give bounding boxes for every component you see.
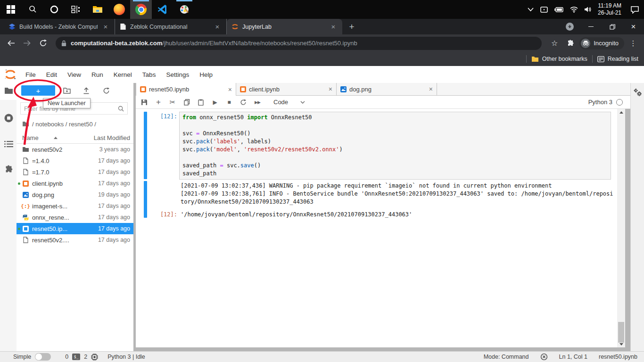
tab-close-icon[interactable]: × — [213, 23, 222, 31]
doc-tab-client[interactable]: client.ipynb × — [236, 83, 337, 95]
tab-close-icon[interactable]: × — [228, 86, 232, 93]
menu-edit[interactable]: Edit — [41, 66, 62, 83]
terminal-icon[interactable]: $_ — [72, 354, 80, 360]
restart-run-all-button[interactable]: ▶▶ — [254, 99, 261, 106]
extensions-button[interactable] — [563, 36, 578, 50]
header-name[interactable]: Name — [22, 134, 39, 141]
menu-tabs[interactable]: Tabs — [137, 66, 161, 83]
new-folder-button[interactable] — [63, 86, 71, 95]
file-row-dog-png[interactable]: dog.png19 days ago — [17, 189, 133, 200]
minimize-button[interactable] — [580, 19, 602, 34]
file-row-resnet50v2[interactable]: resnet50v23 years ago — [17, 144, 133, 155]
back-button[interactable] — [4, 36, 18, 50]
notebook-icon — [23, 181, 29, 187]
doc-tab-resnet50[interactable]: resnet50.ipynb × — [136, 83, 236, 96]
reading-list-button[interactable]: Reading list — [597, 56, 638, 62]
vscode-button[interactable] — [152, 0, 173, 19]
run-cell-button[interactable]: ▶ — [211, 99, 219, 106]
paint3d-button[interactable] — [173, 0, 195, 19]
restore-button[interactable] — [602, 19, 623, 34]
file-list-header[interactable]: Name Last Modified — [17, 132, 133, 144]
other-bookmarks-button[interactable]: Other bookmarks — [531, 56, 587, 62]
file-row--1-7-0[interactable]: =1.7.017 days ago — [17, 166, 133, 178]
cursor-position[interactable]: Ln 1, Col 1 — [559, 354, 587, 360]
clock-time: 11:19 AM — [598, 2, 621, 9]
tab-close-icon[interactable]: × — [329, 23, 338, 31]
copy-cells-button[interactable] — [183, 99, 190, 106]
kernel-status[interactable]: Python 3 | Idle — [107, 354, 145, 360]
file-explorer-button[interactable] — [87, 0, 108, 19]
chrome-update-button[interactable] — [559, 19, 580, 34]
address-bar[interactable]: computational-beta.zeblok.com/jhub/user/… — [56, 37, 542, 50]
scroll-down-arrow[interactable] — [617, 341, 625, 347]
close-window-button[interactable]: × — [623, 19, 644, 34]
cut-cells-button[interactable]: ✂ — [169, 99, 176, 106]
paste-cells-button[interactable] — [197, 99, 205, 106]
menu-file[interactable]: File — [20, 66, 41, 83]
browser-tab-zeblok[interactable]: Zeblok Computational × — [115, 19, 227, 34]
firefox-button[interactable] — [108, 0, 130, 19]
menu-run[interactable]: Run — [86, 66, 108, 83]
cell-type-dropdown[interactable]: Code — [273, 99, 305, 106]
tablet-mode-icon[interactable] — [540, 6, 548, 13]
notebook-scrollbar[interactable] — [617, 109, 625, 347]
menu-help[interactable]: Help — [194, 66, 218, 83]
menu-kernel[interactable]: Kernel — [108, 66, 137, 83]
tab-close-icon[interactable]: × — [329, 85, 332, 93]
property-inspector-button[interactable] — [633, 88, 642, 97]
new-tab-button[interactable]: + — [345, 20, 358, 33]
restart-kernel-button[interactable] — [239, 99, 247, 106]
code-editor[interactable]: from onnx_resnet50 import OnnxResnet50 s… — [179, 112, 611, 180]
reload-button[interactable] — [36, 36, 50, 50]
sidebar-tab-extensions[interactable] — [3, 164, 14, 174]
sidebar-tab-running[interactable] — [3, 113, 14, 123]
simple-mode-toggle[interactable] — [35, 353, 51, 361]
taskbar-clock[interactable]: 11:19 AM 26-Jul-21 — [598, 2, 621, 16]
file-row-onnx-resne-[interactable]: onnx_resne...17 days ago — [17, 212, 133, 223]
scrollbar-thumb[interactable] — [618, 322, 624, 343]
kernel-chip-icon[interactable] — [91, 354, 98, 361]
doc-tab-dog-png[interactable]: dog.png × — [337, 83, 437, 95]
breadcrumb[interactable]: / notebooks / resnet50 / — [22, 120, 96, 128]
chrome-menu-button[interactable]: ⋮ — [626, 36, 640, 50]
notebook-content[interactable]: [12]: from onnx_resnet50 import OnnxResn… — [136, 109, 617, 347]
menu-view[interactable]: View — [62, 66, 86, 83]
sidebar-tab-toc[interactable] — [3, 139, 14, 149]
volume-icon[interactable] — [584, 6, 592, 13]
battery-icon[interactable] — [554, 7, 564, 13]
file-row-imagenet-s-[interactable]: {:}imagenet-s...17 days ago — [17, 200, 133, 212]
file-row-client-ipynb[interactable]: client.ipynb17 days ago — [17, 178, 133, 189]
insert-cell-button[interactable]: + — [155, 99, 162, 106]
sidebar-tab-file-browser[interactable] — [3, 85, 14, 96]
interrupt-kernel-button[interactable]: ■ — [225, 99, 233, 106]
tray-chevron-icon[interactable] — [528, 8, 534, 12]
file-row--1-4-0[interactable]: =1.4.017 days ago — [17, 155, 133, 166]
bookmark-star-button[interactable]: ☆ — [547, 36, 561, 50]
browser-tab-jupyterlab[interactable]: JupyterLab × — [227, 19, 342, 34]
start-button[interactable] — [0, 0, 22, 19]
input-collapser[interactable] — [144, 112, 147, 179]
browser-tab-build-models[interactable]: Build Models - Zeblok Computati × — [4, 19, 115, 34]
command-mode-indicator[interactable]: Mode: Command — [484, 354, 529, 360]
header-last-modified[interactable]: Last Modified — [94, 134, 130, 141]
chrome-button[interactable] — [130, 0, 152, 19]
notifications-off-icon[interactable] — [540, 353, 548, 361]
task-view-button[interactable] — [65, 0, 87, 19]
taskbar-search-button[interactable] — [22, 0, 43, 19]
menu-settings[interactable]: Settings — [161, 66, 194, 83]
scroll-up-arrow[interactable] — [617, 109, 625, 115]
forward-button[interactable] — [20, 36, 34, 50]
new-launcher-button[interactable]: + — [21, 85, 55, 96]
tab-close-icon[interactable]: × — [101, 23, 110, 31]
file-row-resnet50v2-[interactable]: resnet50v2....17 days ago — [17, 234, 133, 246]
tab-close-icon[interactable]: × — [429, 85, 433, 93]
file-row-resnet50-ip-[interactable]: resnet50.ip...17 days ago — [17, 223, 133, 234]
cortana-button[interactable] — [43, 0, 65, 19]
wifi-icon[interactable] — [570, 7, 578, 13]
save-button[interactable] — [140, 99, 148, 106]
action-center-icon[interactable] — [630, 6, 639, 14]
code-line — [182, 154, 608, 162]
refresh-button[interactable] — [102, 86, 110, 95]
kernel-switcher[interactable]: Python 3 — [588, 99, 626, 106]
upload-button[interactable] — [82, 86, 91, 95]
